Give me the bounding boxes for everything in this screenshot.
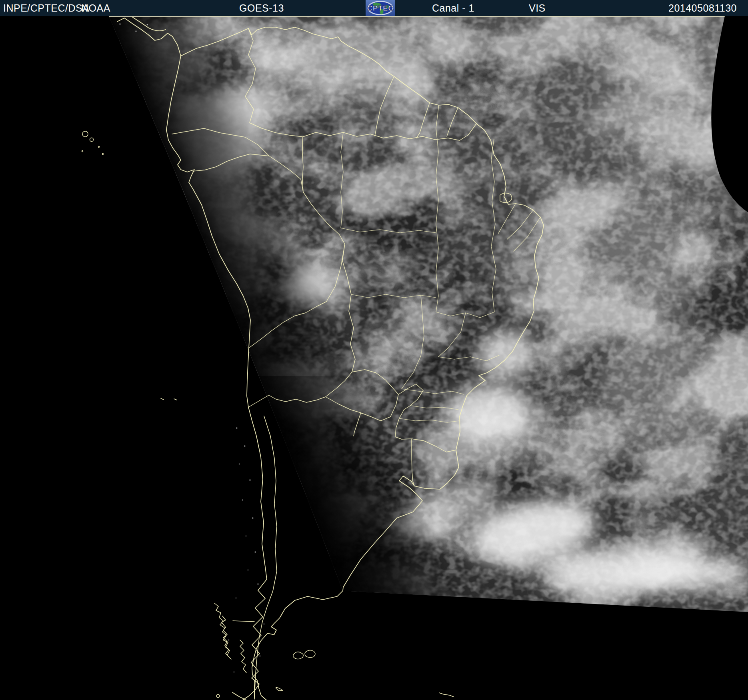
agency-label: INPE/CPTEC/DSA [3,0,89,16]
satellite-label: GOES-13 [239,0,284,16]
scan-top-line [108,16,748,17]
cptec-logo: CPTEC [366,0,395,16]
channel-label: Canal - 1 [432,0,474,16]
timestamp-label: 201405081130 [668,0,737,16]
header-bar: INPE/CPTEC/DSA NOAA GOES-13 CPTEC Canal … [0,0,748,16]
satellite-map [0,16,748,700]
logo-text: CPTEC [367,4,394,12]
noaa-label: NOAA [81,0,110,16]
channel-type-label: VIS [529,0,546,16]
satellite-image-area [0,16,748,700]
